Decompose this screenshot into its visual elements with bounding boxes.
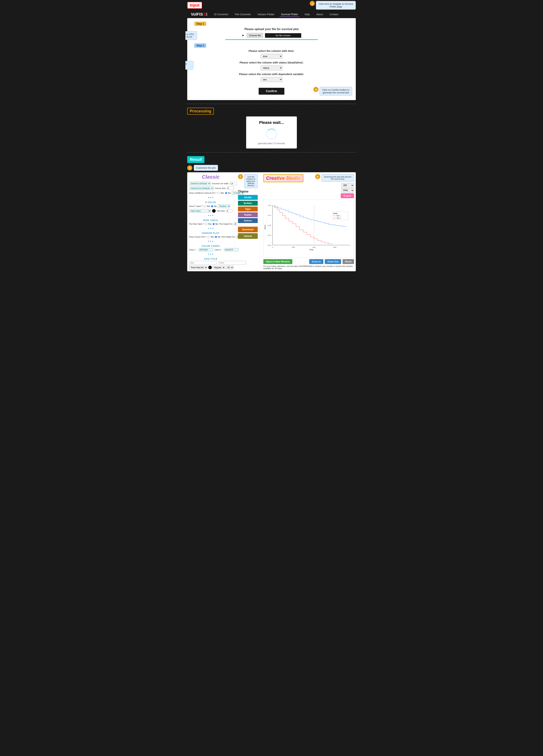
nav-help[interactable]: Help xyxy=(303,13,311,16)
customize-callout: Customize the plot xyxy=(194,165,218,171)
font-color-swatch xyxy=(212,209,216,213)
risk-table-label: Plot Risk Table ? xyxy=(189,223,204,225)
right-top: Creative Studio 6 Download the plot with… xyxy=(264,174,354,198)
buffalo-button[interactable]: Buffalo xyxy=(238,201,258,206)
nav-id-converter[interactable]: ID Converter xyxy=(213,13,230,16)
dpi-select[interactable]: 300 xyxy=(341,183,354,188)
creative-studio-title: Creative Studio xyxy=(264,174,303,182)
class1-color-input[interactable] xyxy=(199,248,213,251)
status-select[interactable]: status xyxy=(261,65,282,70)
loading-spinner xyxy=(266,129,277,139)
customize-num: 5 xyxy=(187,165,192,170)
risk-section: RISK TABLE xyxy=(189,219,232,222)
x-axis-input[interactable] xyxy=(189,261,217,265)
export-button[interactable]: Export xyxy=(341,193,354,198)
color-section: COLOR CODES xyxy=(189,245,232,247)
result-layout: Classic Solid line (Default) Survival Li… xyxy=(187,172,356,271)
svg-text:0: 0 xyxy=(272,246,273,248)
font-family-select[interactable]: Times New Ro xyxy=(189,266,208,269)
status-label: Please select the column with status (de… xyxy=(195,61,348,64)
reset-button[interactable]: Reset xyxy=(342,259,354,264)
survival-width-label: Survival Line width xyxy=(212,182,229,185)
svg-text:1.00: 1.00 xyxy=(268,204,271,206)
processing-note: generally takes 2-5 seconds xyxy=(250,142,293,145)
censor-size-input[interactable] xyxy=(227,187,234,190)
rabbit-button[interactable]: Rabbit xyxy=(238,212,258,217)
nav-contact[interactable]: Contact xyxy=(328,13,340,16)
pvalue-label: Draw P value ? xyxy=(189,205,203,207)
step2-badge: Step 2 xyxy=(195,44,206,48)
processing-box: Please wait... generally takes 2-5 secon… xyxy=(246,116,297,149)
time-select[interactable]: time xyxy=(261,54,282,59)
dep-select[interactable]: sex xyxy=(261,77,282,82)
download-annotation: 6 Download the plot with desired DPI and… xyxy=(315,174,354,182)
open-new-window-button[interactable]: Open in New Window xyxy=(264,259,292,264)
svg-text:200: 200 xyxy=(292,246,295,248)
download-button[interactable]: Download xyxy=(238,227,258,232)
giraffe-button[interactable]: Giraffe xyxy=(238,195,258,200)
vertical-line-row: Vertical Line (Default) Censor Size xyxy=(189,186,232,190)
risk-yes-radio[interactable]: Yes xyxy=(205,223,211,225)
svg-text:0.75: 0.75 xyxy=(268,214,271,216)
arrow-indicator: ➤ xyxy=(242,34,244,37)
text-size-input[interactable] xyxy=(226,209,232,213)
censor-section: CENSOR PLOT xyxy=(189,232,232,234)
plot-bottom-bar: Open in New Window Zoom In Zoom Out Rese… xyxy=(264,259,354,264)
python-button[interactable]: Python xyxy=(238,218,258,223)
zoom-out-button[interactable]: Zoom Out xyxy=(325,259,341,264)
vertical-line-select[interactable]: Vertical Line (Default) xyxy=(189,186,214,190)
format-select[interactable]: PNG xyxy=(341,188,354,193)
dots2: • • • xyxy=(189,214,232,218)
upload-annotation: 2 Upload the file in CSV, TSV, XLS or XL… xyxy=(186,31,197,40)
plot-container: 1.00 0.75 0.50 0.25 0.00 0 200 400 600 t… xyxy=(264,200,354,258)
svg-text:0.00: 0.00 xyxy=(268,244,271,246)
font-size-select[interactable]: 20 xyxy=(226,266,234,269)
nav-links: ID Converter File Converter Volcano Plot… xyxy=(213,13,340,16)
position-select[interactable]: Position xyxy=(218,204,230,208)
confirm-callout: Click on Confirm button to generate the … xyxy=(319,87,352,96)
nav-about[interactable]: About xyxy=(315,13,324,16)
file-chosen-label: No file chosen xyxy=(265,33,301,38)
tiger-button[interactable]: Tiger xyxy=(238,207,258,211)
ci-no-radio[interactable]: No xyxy=(225,192,231,194)
confirm-button[interactable]: Confirm xyxy=(259,88,284,95)
censor-no-radio[interactable]: No xyxy=(215,236,221,238)
risk-table-row: Plot Risk Table ? Yes No Plot Height (%) xyxy=(189,222,232,226)
nav-volcano-plotter[interactable]: Volcano Plotter xyxy=(256,13,276,16)
font-select[interactable]: Open Sans xyxy=(189,209,211,213)
upload-button[interactable]: Upload xyxy=(238,233,258,239)
censor-height-label: Plot Height (%) xyxy=(222,236,235,238)
svg-text:0.25: 0.25 xyxy=(268,234,271,236)
nav-callout: Click here to navigate to Survival Plott… xyxy=(316,1,356,10)
zoom-in-button[interactable]: Zoom In xyxy=(309,259,323,264)
censor-yes-radio[interactable]: Yes xyxy=(207,236,214,238)
risk-no-radio[interactable]: No xyxy=(213,223,218,225)
svg-text:Time: Time xyxy=(309,249,313,251)
pvalue-no-radio[interactable]: No xyxy=(211,205,217,207)
time-label: Please select the column with time: xyxy=(195,49,348,52)
choose-file-button[interactable]: Choose file xyxy=(247,33,263,38)
survival-width-input[interactable] xyxy=(230,182,237,185)
upload-title: Please upload your file for survival plo… xyxy=(195,28,348,31)
ci-row: Draw confidence interval (CI) ? Yes No C… xyxy=(189,191,232,195)
class1-label: Class 1 xyxy=(189,249,196,251)
column-callout: Select the relevant columns xyxy=(186,61,194,70)
processing-label: Processing xyxy=(187,108,214,115)
ci-yes-radio[interactable]: Yes xyxy=(218,192,224,194)
font-style-select[interactable]: Regular xyxy=(213,266,225,269)
solid-line-row: Solid line (Default) Survival Line width xyxy=(189,182,232,185)
solid-line-select[interactable]: Solid line (Default) xyxy=(189,182,211,185)
confirm-annotation: 4 Click on Confirm button to generate th… xyxy=(313,87,352,96)
nav-survival-plotter[interactable]: Survival Plotter xyxy=(279,13,299,16)
pvalue-yes-radio[interactable]: Yes xyxy=(204,205,210,207)
panel-title: Classic xyxy=(189,174,232,180)
nav-file-converter[interactable]: File Converter xyxy=(234,13,252,16)
survival-chart: 1.00 0.75 0.50 0.25 0.00 0 200 400 600 t… xyxy=(264,200,354,254)
input-label: Input xyxy=(187,2,202,9)
processing-section: Processing Please wait... generally take… xyxy=(187,108,356,149)
censor-plot-row: Draw Censor Plot ? Yes No Plot Height (%… xyxy=(189,235,232,238)
status-row-wrap: 3 Select the relevant columns Please sel… xyxy=(195,61,348,84)
dots3: • • • xyxy=(189,227,232,230)
font-row: Open Sans Text Size xyxy=(189,209,232,213)
svg-text:Title 1: Title 1 xyxy=(336,215,340,217)
